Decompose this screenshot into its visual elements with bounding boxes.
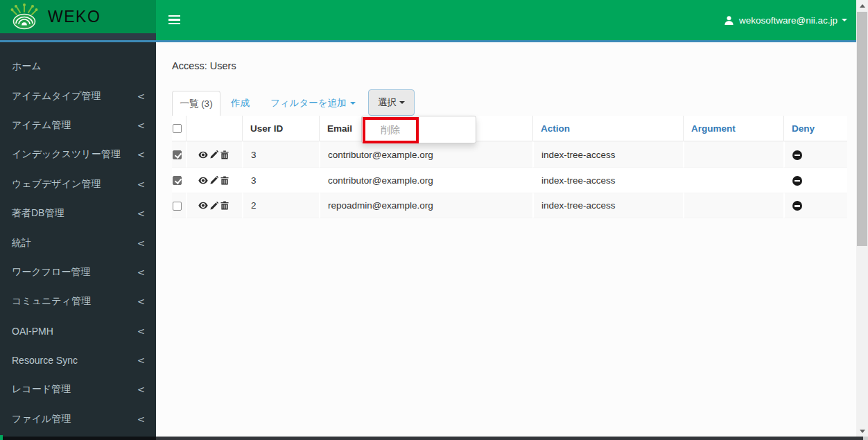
pencil-icon[interactable] <box>210 176 218 184</box>
table-row: 3contributor@example.orgindex-tree-acces… <box>172 167 847 193</box>
trash-icon[interactable] <box>220 150 229 159</box>
bottom-bar <box>0 437 863 440</box>
row-checkbox[interactable] <box>173 202 182 211</box>
row-actions <box>195 176 242 185</box>
chevron-down-icon <box>842 19 847 21</box>
sidebar-item-label: インデックスツリー管理 <box>12 148 121 161</box>
user-icon <box>724 15 734 26</box>
cell-email: contributor@example.org <box>319 141 532 167</box>
sidebar-item[interactable]: ウェブデザイン管理< <box>0 170 156 199</box>
sidebar-item[interactable]: コミュニティ管理< <box>0 287 156 316</box>
sidebar-item[interactable]: ファイル管理< <box>0 405 156 434</box>
select-all-checkbox[interactable] <box>173 124 182 133</box>
sidebar-item[interactable]: OAI-PMH< <box>0 317 156 346</box>
cell-user-id: 3 <box>242 141 319 167</box>
brand-name: WEKO <box>48 8 101 26</box>
cell-user-id: 2 <box>242 193 319 218</box>
user-email: wekosoftware@nii.ac.jp <box>739 15 837 26</box>
main-content: Access: Users 一覧 (3) 作成 フィルターを追加 選択 User… <box>156 42 856 437</box>
table-row: 2repoadmin@example.orgindex-tree-access <box>172 193 847 218</box>
sidebar-item[interactable]: アイテムタイプ管理< <box>0 81 156 110</box>
weko-logo-icon <box>9 1 40 32</box>
bottom-green-marker <box>0 435 3 440</box>
bottom-bar-dark-segment <box>0 437 156 440</box>
chevron-left-icon: < <box>137 267 145 278</box>
eye-icon[interactable] <box>198 202 208 209</box>
tab-add-filter[interactable]: フィルターを追加 <box>260 91 366 116</box>
sidebar-item-label: レコード管理 <box>12 383 71 396</box>
sidebar-item[interactable]: ホーム <box>0 52 156 81</box>
chevron-down-icon <box>399 101 405 104</box>
chevron-left-icon: < <box>137 208 145 219</box>
col-action[interactable]: Action <box>532 116 683 141</box>
scroll-up-arrow-icon[interactable] <box>860 4 865 8</box>
eye-icon[interactable] <box>198 151 208 159</box>
scrollbar-corner <box>863 437 868 440</box>
sidebar-item-label: コミュニティ管理 <box>12 295 91 308</box>
sidebar-item-label: 著者DB管理 <box>12 207 64 220</box>
cell-email: contributor@example.org <box>319 167 532 193</box>
sidebar-item-label: ファイル管理 <box>12 413 71 425</box>
col-argument[interactable]: Argument <box>683 116 783 141</box>
cell-user-id: 3 <box>242 167 319 193</box>
sidebar-item[interactable]: 統計< <box>0 228 156 257</box>
sidebar-item-label: アイテムタイプ管理 <box>12 90 101 103</box>
scroll-down-arrow-icon[interactable] <box>860 430 865 433</box>
sidebar-toggle-icon[interactable] <box>168 15 180 24</box>
user-menu[interactable]: wekosoftware@nii.ac.jp <box>724 0 847 40</box>
cell-argument <box>683 193 783 218</box>
tab-create[interactable]: 作成 <box>220 91 260 116</box>
sidebar-item-label: 統計 <box>12 237 31 249</box>
sidebar-item-label: ウェブデザイン管理 <box>12 178 101 191</box>
cell-action: index-tree-access <box>532 193 683 218</box>
tab-bar: 一覧 (3) 作成 フィルターを追加 <box>172 91 366 116</box>
chevron-down-icon <box>350 102 356 105</box>
pencil-icon[interactable] <box>210 202 218 210</box>
sidebar-item[interactable]: Resource Sync< <box>0 346 156 375</box>
cell-email: repoadmin@example.org <box>319 193 532 218</box>
trash-icon[interactable] <box>220 176 229 185</box>
chevron-left-icon: < <box>137 179 145 190</box>
chevron-left-icon: < <box>137 91 145 102</box>
row-checkbox[interactable] <box>173 150 182 159</box>
sidebar-item-label: アイテム管理 <box>12 119 71 132</box>
trash-icon[interactable] <box>220 201 229 210</box>
scrollbar-thumb[interactable] <box>857 12 867 246</box>
sidebar-item[interactable]: 著者DB管理< <box>0 199 156 228</box>
col-deny[interactable]: Deny <box>783 116 847 141</box>
logo-underbar <box>0 33 156 40</box>
table-header-row: User ID Email Action Argument Deny <box>172 116 847 141</box>
chevron-left-icon: < <box>137 149 145 160</box>
row-actions <box>195 150 242 159</box>
cell-argument <box>683 167 783 193</box>
row-checkbox[interactable] <box>173 176 182 185</box>
chevron-left-icon: < <box>137 296 145 307</box>
chevron-left-icon: < <box>137 238 145 249</box>
sidebar-item-label: OAI-PMH <box>12 326 53 337</box>
cell-action: index-tree-access <box>532 141 683 167</box>
access-users-table: User ID Email Action Argument Deny 3cont… <box>172 116 847 218</box>
sidebar-item-label: ワークフロー管理 <box>12 266 90 279</box>
sidebar-item[interactable]: レコード管理< <box>0 375 156 404</box>
chevron-left-icon: < <box>137 355 145 366</box>
pencil-icon[interactable] <box>210 150 218 159</box>
app-logo[interactable]: WEKO <box>0 0 156 33</box>
cell-action: index-tree-access <box>532 167 683 193</box>
chevron-left-icon: < <box>137 326 145 337</box>
annotation-red-box <box>363 117 419 143</box>
sidebar-nav: ホームアイテムタイプ管理<アイテム管理<インデックスツリー管理<ウェブデザイン管… <box>0 42 156 437</box>
sidebar-item-label: Resource Sync <box>12 355 78 366</box>
tab-list[interactable]: 一覧 (3) <box>172 91 220 116</box>
page-title: Access: Users <box>172 60 236 71</box>
chevron-left-icon: < <box>137 120 145 131</box>
sidebar-item[interactable]: インデックスツリー管理< <box>0 140 156 169</box>
col-user-id: User ID <box>242 116 319 141</box>
select-button[interactable]: 選択 <box>368 89 415 116</box>
deny-icon <box>792 201 802 211</box>
chevron-left-icon: < <box>137 414 145 425</box>
sidebar-item[interactable]: ワークフロー管理< <box>0 258 156 287</box>
row-actions <box>195 201 242 210</box>
sidebar-item[interactable]: アイテム管理< <box>0 111 156 140</box>
vertical-scrollbar[interactable] <box>856 0 868 440</box>
eye-icon[interactable] <box>198 177 208 184</box>
